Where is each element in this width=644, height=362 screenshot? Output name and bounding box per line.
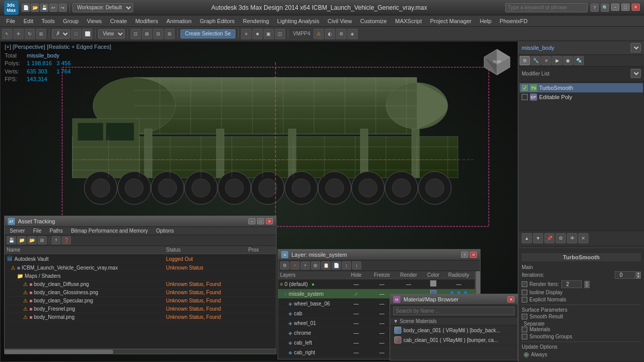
- at-scrollbar-thumb[interactable]: [5, 350, 113, 354]
- filter-dropdown[interactable]: All: [52, 29, 70, 39]
- menu-create[interactable]: Create: [106, 17, 131, 25]
- selection-set-btn[interactable]: Create Selection Se: [180, 29, 235, 39]
- redo-btn[interactable]: ↪: [59, 4, 67, 12]
- renderiter-down[interactable]: ▼: [584, 284, 590, 288]
- at-menu-options[interactable]: Options: [153, 227, 177, 234]
- open-file-btn[interactable]: 📂: [31, 4, 39, 12]
- obj-props-btn[interactable]: ■: [252, 29, 263, 39]
- renderiter-checkbox[interactable]: [522, 281, 527, 287]
- rendersetup-btn[interactable]: ⚙: [336, 29, 346, 39]
- menu-views[interactable]: Views: [83, 17, 106, 25]
- turbosmooth-checkbox[interactable]: ✓: [522, 85, 528, 91]
- at-menu-server[interactable]: Server: [7, 227, 28, 234]
- at-row-specular[interactable]: ⚠ ■ body_clean_Specular.png Unknown Stat…: [5, 297, 276, 305]
- modifier-turbosmoothitem[interactable]: ✓ TS TurboSmooth: [520, 83, 643, 92]
- at-btn-new[interactable]: 📂: [27, 236, 36, 244]
- tab-modify[interactable]: 🔧: [530, 56, 541, 65]
- at-btn-question[interactable]: ❓: [62, 236, 71, 244]
- lm-tb-delete[interactable]: ✕: [290, 261, 300, 270]
- snap-btn[interactable]: ⊡: [131, 29, 141, 39]
- menu-edit[interactable]: Edit: [20, 17, 38, 25]
- menu-group[interactable]: Group: [59, 17, 83, 25]
- minimize-btn[interactable]: −: [611, 4, 619, 11]
- materials-checkbox[interactable]: [522, 327, 527, 332]
- menu-project[interactable]: Project Manager: [426, 17, 476, 25]
- lm-close-btn[interactable]: ✕: [470, 252, 477, 258]
- mod-show[interactable]: 👁: [567, 233, 577, 243]
- select-mode-btn[interactable]: ↖: [2, 29, 12, 39]
- hide-btn[interactable]: ◫: [275, 29, 285, 39]
- group-btn[interactable]: ▣: [264, 29, 274, 39]
- at-row-maps[interactable]: 📁 Maps / Shaders: [5, 272, 276, 280]
- mirror-btn[interactable]: ⊟: [153, 29, 163, 39]
- mod-nav-down[interactable]: ▼: [533, 233, 543, 243]
- menu-animation[interactable]: Animation: [162, 17, 196, 25]
- at-minimize-btn[interactable]: −: [248, 218, 255, 224]
- tab-motion[interactable]: ▶: [552, 56, 562, 65]
- render-btn[interactable]: ◐: [325, 29, 335, 39]
- modifier-list-dropdown[interactable]: ▼: [631, 69, 641, 78]
- menu-file[interactable]: File: [2, 17, 20, 25]
- object-dropdown[interactable]: ▼: [631, 43, 641, 52]
- lm-tb-copy[interactable]: 📋: [321, 261, 330, 270]
- at-row-diffuse[interactable]: ⚠ ■ body_clean_Diffuse.png Unknown Statu…: [5, 280, 276, 289]
- mb-item-body[interactable]: body_clean_001 ( VRayMtl ) [body_back...: [390, 326, 518, 335]
- close-btn[interactable]: ✕: [632, 4, 640, 11]
- menu-maxscript[interactable]: MAXScript: [391, 17, 426, 25]
- material-browser-search-input[interactable]: [393, 307, 514, 315]
- lm-tb-expand[interactable]: ↕: [342, 261, 351, 270]
- at-menu-paths[interactable]: Paths: [47, 227, 66, 234]
- iterations-up[interactable]: ▲: [636, 272, 641, 275]
- at-btn-folder[interactable]: 📁: [17, 236, 26, 244]
- menu-customize[interactable]: Customize: [356, 17, 391, 25]
- at-row-normal[interactable]: ⚠ ■ body_Normal.png Unknown Status, Foun…: [5, 313, 276, 321]
- material-btn[interactable]: ◈: [347, 29, 358, 39]
- scale-btn[interactable]: ⊞: [36, 29, 46, 39]
- mod-pin[interactable]: 📌: [544, 233, 555, 243]
- menu-rendering[interactable]: Rendering: [239, 17, 273, 25]
- mb-item-cab[interactable]: cab_clean_001 ( VRayMtl ) [bumper, ca...: [390, 335, 518, 345]
- renderiter-up[interactable]: ▲: [584, 281, 590, 284]
- snap2d-btn[interactable]: ⊠: [142, 29, 152, 39]
- lm-tb-paste[interactable]: 📄: [332, 261, 341, 270]
- rotate-btn[interactable]: ↻: [25, 29, 35, 39]
- modifier-editablepoly-item[interactable]: EP Editable Poly: [520, 92, 643, 102]
- renderiter-input[interactable]: [561, 280, 582, 288]
- menu-civil-view[interactable]: Civil View: [323, 17, 356, 25]
- at-menu-bitmap[interactable]: Bitmap Performance and Memory: [68, 227, 151, 234]
- menu-graph-editors[interactable]: Graph Editors: [196, 17, 239, 25]
- iterations-down[interactable]: ▼: [636, 275, 641, 279]
- lm-tb-add[interactable]: +: [301, 261, 310, 270]
- lm-tb-collapse[interactable]: ↕: [352, 261, 361, 270]
- layer-btn[interactable]: ≡: [241, 29, 251, 39]
- tab-display[interactable]: ◉: [563, 56, 573, 65]
- save-file-btn[interactable]: 💾: [40, 4, 48, 12]
- editablepoly-checkbox[interactable]: [522, 94, 528, 100]
- smoothresult-checkbox[interactable]: [522, 314, 527, 319]
- at-row-vault[interactable]: 🏛Autodesk Vault Logged Out: [5, 254, 276, 264]
- mb-close-btn[interactable]: ✕: [507, 296, 514, 302]
- smoothinggroups-checkbox[interactable]: [522, 334, 527, 339]
- menu-help[interactable]: Help: [475, 17, 495, 25]
- menu-lighting[interactable]: Lighting Analysis: [273, 17, 323, 25]
- material-browser-section-title[interactable]: ▼ Scene Materials: [390, 317, 518, 326]
- select-region-btn[interactable]: ⬜: [82, 29, 93, 39]
- at-btn-save[interactable]: 💾: [7, 236, 16, 244]
- at-menu-file[interactable]: File: [30, 227, 44, 234]
- menu-tools[interactable]: Tools: [38, 17, 59, 25]
- menu-modifiers[interactable]: Modifiers: [131, 17, 162, 25]
- at-maximize-btn[interactable]: □: [257, 218, 264, 224]
- lm-tb-settings[interactable]: ⚙: [280, 261, 289, 270]
- select-by-name-btn[interactable]: □: [71, 29, 81, 39]
- new-file-btn[interactable]: 📄: [22, 4, 30, 12]
- mod-delete[interactable]: ✕: [578, 233, 588, 243]
- lm-help-btn[interactable]: ?: [461, 252, 468, 258]
- undo-btn[interactable]: ↩: [49, 4, 58, 12]
- at-row-icbm[interactable]: ⚠ ■ ICBM_Launch_Vehicle_Generic_vray.max…: [5, 264, 276, 272]
- iterations-input[interactable]: [615, 271, 635, 279]
- array-btn[interactable]: ⊞: [164, 29, 175, 39]
- at-scrollbar-x[interactable]: [5, 349, 276, 354]
- help-btn[interactable]: ?: [591, 4, 599, 12]
- mod-nav-up[interactable]: ▲: [522, 233, 532, 243]
- at-btn-sort[interactable]: ⊞: [38, 236, 47, 244]
